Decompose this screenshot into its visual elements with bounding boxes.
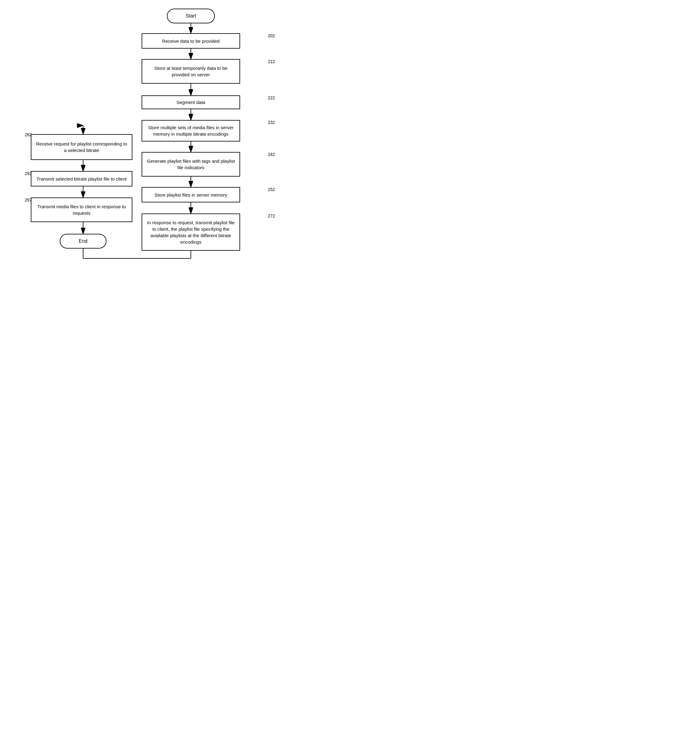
box-292: Transmit selected bitrate playlist file …	[31, 171, 132, 186]
box-242: Generate playlist files with tags and pl…	[141, 152, 240, 177]
ref-212: 212	[268, 59, 275, 64]
flowchart-diagram: Start 202 Receive data to be provided 21…	[0, 0, 350, 369]
ref-272: 272	[268, 213, 275, 219]
ref-202: 202	[268, 33, 275, 38]
box-222: Segment data	[141, 95, 240, 109]
box-252: Store playlist files in server memory	[141, 187, 240, 202]
box-297: Transmit media files to client in respon…	[31, 198, 132, 222]
ref-252: 252	[268, 187, 275, 192]
box-232: Store multiple sets of media files in se…	[141, 120, 240, 141]
ref-232: 232	[268, 120, 275, 125]
end-terminal: End	[60, 234, 106, 249]
box-212: Store at least temporarily data to be pr…	[141, 59, 240, 84]
ref-242: 242	[268, 152, 275, 157]
ref-222: 222	[268, 95, 275, 100]
box-202: Receive data to be provided	[141, 33, 240, 48]
start-terminal: Start	[167, 9, 215, 23]
box-282: Receive request for playlist correspondi…	[31, 134, 132, 160]
box-272: In response to request, transmit playlis…	[141, 213, 240, 251]
